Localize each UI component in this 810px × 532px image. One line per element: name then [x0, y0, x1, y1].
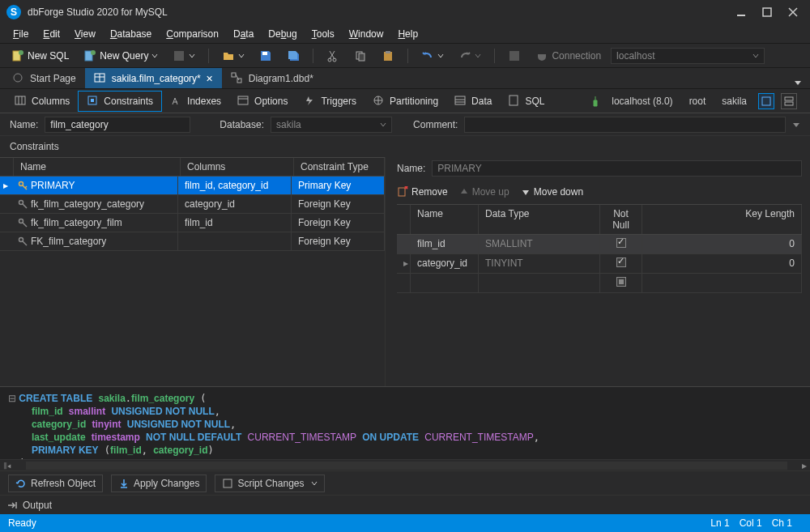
svg-point-5 — [19, 50, 23, 55]
script-button[interactable]: Script Changes — [215, 475, 325, 492]
detail-col-keylen[interactable]: Key Length — [642, 205, 802, 234]
toolbar-btn-2[interactable] — [503, 48, 526, 64]
detail-row[interactable]: ▸category_idTINYINT0 — [397, 254, 802, 274]
new-query-button[interactable]: New Query — [79, 48, 163, 64]
notnull-checkbox[interactable] — [616, 238, 626, 248]
svg-rect-38 — [762, 97, 770, 105]
svg-rect-40 — [785, 102, 793, 105]
detail-type: TINYINT — [479, 254, 600, 273]
connection-button[interactable]: Connection — [531, 48, 606, 64]
constraint-row[interactable]: fk_film_category_categorycategory_idFore… — [0, 195, 385, 214]
svg-rect-8 — [174, 51, 184, 61]
menu-view[interactable]: View — [68, 27, 102, 41]
output-panel-header[interactable]: Output — [0, 495, 810, 514]
menu-tools[interactable]: Tools — [305, 27, 341, 41]
new-sql-icon — [11, 49, 24, 62]
sql-icon — [508, 95, 521, 108]
database-select[interactable]: sakila — [271, 117, 392, 133]
apply-button[interactable]: Apply Changes — [111, 475, 207, 492]
svg-rect-1 — [763, 8, 771, 16]
horizontal-scrollbar[interactable]: ⦀◂▸ — [0, 459, 810, 470]
constraint-columns: category_id — [178, 195, 292, 213]
maximize-button[interactable] — [761, 6, 773, 18]
constraint-type: Foreign Key — [292, 195, 385, 213]
status-ready: Ready — [8, 517, 36, 529]
tab-start-page[interactable]: Start Page — [3, 68, 85, 88]
menu-data[interactable]: Data — [227, 27, 260, 41]
checkbox-icon[interactable] — [616, 277, 626, 287]
menu-comparison[interactable]: Comparison — [160, 27, 225, 41]
subtab-triggers[interactable]: Triggers — [296, 92, 364, 111]
remove-button[interactable]: Remove — [397, 186, 448, 198]
save-all-button[interactable] — [282, 48, 305, 64]
connection-select[interactable]: localhost — [611, 48, 765, 64]
connection-info: localhost (8.0) root sakila — [584, 93, 804, 109]
table-form: Name: film_category Database: sakila Com… — [0, 113, 810, 136]
save-all-icon — [287, 49, 300, 62]
sql-preview[interactable]: ⊟ CREATE TABLE sakila.film_category ( fi… — [0, 386, 810, 459]
col-header-name[interactable]: Name — [14, 158, 181, 176]
menu-help[interactable]: Help — [391, 27, 424, 41]
col-header-columns[interactable]: Columns — [181, 158, 294, 176]
paste-button[interactable] — [377, 48, 399, 64]
constraint-row[interactable]: ▸PRIMARYfilm_id, category_idPrimary Key — [0, 177, 385, 195]
chevron-down-icon[interactable] — [792, 121, 800, 129]
detail-name-input[interactable]: PRIMARY — [432, 160, 802, 177]
detail-row[interactable]: film_idSMALLINT0 — [397, 235, 802, 254]
view-mode-2[interactable] — [781, 93, 797, 109]
tab-close-icon[interactable]: ✕ — [206, 74, 213, 84]
subtab-columns[interactable]: Columns — [6, 92, 78, 111]
undo-button[interactable] — [416, 48, 449, 64]
svg-rect-21 — [232, 73, 236, 77]
movedown-button[interactable]: Move down — [521, 186, 583, 198]
open-button[interactable] — [217, 48, 249, 64]
svg-rect-28 — [91, 99, 94, 102]
detail-col-notnull[interactable]: Not Null — [600, 205, 642, 234]
apply-icon — [118, 478, 130, 489]
subtab-data[interactable]: Data — [446, 92, 500, 111]
subtab-partitioning[interactable]: Partitioning — [364, 92, 446, 111]
subtab-constraints[interactable]: Constraints — [78, 91, 162, 112]
new-sql-button[interactable]: New SQL — [6, 48, 74, 64]
save-button[interactable] — [254, 48, 277, 64]
tab-diagram[interactable]: Diagram1.dbd* — [222, 68, 322, 88]
notnull-checkbox[interactable] — [616, 257, 626, 267]
detail-type: SMALLINT — [479, 235, 600, 253]
svg-rect-29 — [238, 96, 248, 104]
menu-debug[interactable]: Debug — [262, 27, 303, 41]
constraint-row[interactable]: FK_film_categoryForeign Key — [0, 232, 385, 251]
view-mode-1[interactable] — [758, 93, 774, 109]
close-button[interactable] — [787, 6, 799, 18]
cut-button[interactable] — [322, 48, 344, 64]
constraints-icon — [87, 95, 100, 108]
col-header-type[interactable]: Constraint Type — [294, 158, 385, 176]
refresh-button[interactable]: Refresh Object — [8, 475, 103, 492]
detail-col-name[interactable]: Name — [411, 205, 479, 234]
copy-button[interactable] — [349, 48, 372, 64]
svg-line-47 — [23, 223, 27, 227]
comment-input[interactable] — [464, 117, 786, 133]
name-input[interactable]: film_category — [45, 117, 190, 133]
menu-database[interactable]: Database — [104, 27, 158, 41]
constraint-name: PRIMARY — [11, 177, 178, 194]
redo-button[interactable] — [454, 48, 486, 64]
detail-col-type[interactable]: Data Type — [479, 205, 600, 234]
constraint-row[interactable]: fk_film_category_filmfilm_idForeign Key — [0, 214, 385, 232]
subtab-sql[interactable]: SQL — [500, 92, 552, 111]
menu-file[interactable]: File — [6, 27, 35, 41]
tab-film-category[interactable]: sakila.film_category* ✕ — [85, 68, 222, 88]
detail-new-row[interactable] — [397, 274, 802, 293]
folder-open-icon — [222, 49, 235, 62]
minimize-button[interactable] — [735, 6, 747, 18]
subtab-indexes[interactable]: Indexes — [162, 92, 229, 111]
toolbar-btn-1[interactable] — [168, 48, 200, 64]
menu-edit[interactable]: Edit — [36, 27, 66, 41]
arrow-down-icon — [521, 187, 531, 197]
svg-rect-9 — [262, 52, 267, 55]
toolbar: New SQL New Query Connection localhost — [0, 44, 810, 68]
menu-window[interactable]: Window — [343, 27, 390, 41]
subtab-options[interactable]: Options — [229, 92, 296, 111]
tabs-dropdown[interactable] — [789, 77, 807, 88]
key-icon — [0, 195, 11, 213]
moveup-button[interactable]: Move up — [459, 186, 509, 198]
